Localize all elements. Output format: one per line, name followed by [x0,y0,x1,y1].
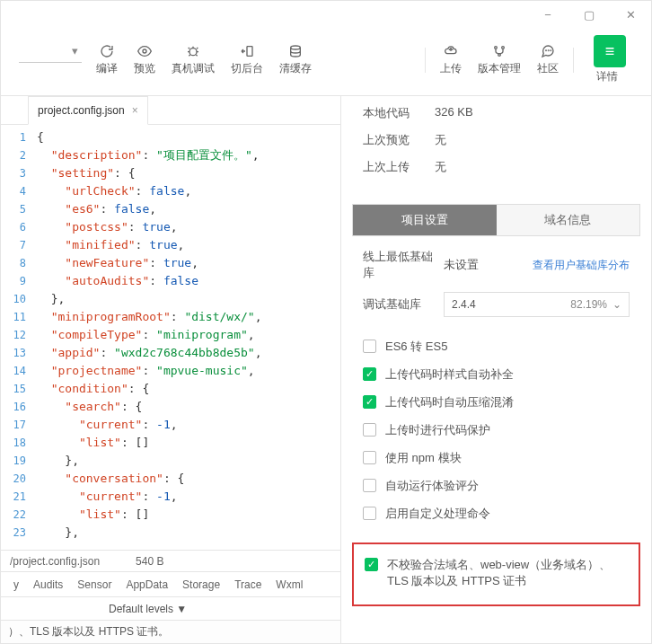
highlighted-setting-box: 不校验合法域名、web-view（业务域名）、TLS 版本以及 HTTPS 证书 [352,543,640,606]
check-custom-cmd[interactable]: 启用自定义处理命令 [363,506,630,522]
preview-button[interactable]: 预览 [127,40,163,80]
debug-tabs: yAuditsSensorAppDataStorageTraceWxml [1,571,340,596]
tab-domain-info[interactable]: 域名信息 [497,205,640,235]
chat-icon [540,43,556,59]
checkbox-icon[interactable] [363,479,376,492]
check-code-protect[interactable]: 上传时进行代码保护 [363,422,630,438]
code-line: 1{ [1,128,340,146]
version-button[interactable]: 版本管理 [471,40,528,80]
console-message-row: ）、TLS 版本以及 HTTPS 证书。 [1,620,340,643]
check-label: 不校验合法域名、web-view（业务域名）、TLS 版本以及 HTTPS 证书 [387,557,628,589]
debug-tab-y[interactable]: y [6,578,26,591]
debug-tab-audits[interactable]: Audits [26,578,70,591]
check-auto-audit[interactable]: 自动运行体验评分 [363,478,630,494]
check-auto-compress[interactable]: 上传代码时自动压缩混淆 [363,394,630,410]
editor-status-bar: /project.config.json 540 B [1,550,340,571]
svg-rect-2 [247,47,252,57]
checkbox-icon[interactable] [363,423,376,437]
code-line: 16 "search": { [1,398,340,416]
checkbox-icon[interactable] [363,451,376,464]
log-levels-dropdown[interactable]: Default levels ▼ [109,603,187,615]
window-minimize-button[interactable]: − [534,1,561,28]
upload-button[interactable]: 上传 [433,40,469,80]
background-icon [239,43,255,59]
check-label: 上传代码时样式自动补全 [385,366,514,383]
debug-tab-wxml[interactable]: Wxml [269,578,310,591]
check-skip-domain-verify[interactable]: 不校验合法域名、web-view（业务域名）、TLS 版本以及 HTTPS 证书 [365,557,628,589]
checkbox-icon[interactable] [363,507,376,520]
code-line: 11 "miniprogramRoot": "dist/wx/", [1,308,340,326]
compile-icon [100,43,114,59]
code-line: 2 "description": "项目配置文件。", [1,146,340,164]
code-line: 9 "autoAudits": false [1,272,340,290]
info-row-last-upload: 上次上传无 [363,159,630,175]
info-row-local-code: 本地代码326 KB [363,105,630,121]
debug-tab-appdata[interactable]: AppData [119,578,175,591]
background-button[interactable]: 切后台 [224,40,270,80]
compile-button[interactable]: 编译 [89,40,125,80]
debug-base-select[interactable]: 2.4.4 82.19% ⌄ [444,292,630,317]
file-tab[interactable]: project.config.json × [28,96,148,125]
code-line: 10 }, [1,290,340,308]
tab-close-icon[interactable]: × [132,104,138,117]
status-size: 540 B [136,555,163,568]
svg-point-4 [495,47,498,49]
code-line: 21 "current": -1, [1,488,340,506]
debug-tab-trace[interactable]: Trace [227,578,269,591]
tab-project-settings[interactable]: 项目设置 [353,205,497,235]
community-button[interactable]: 社区 [530,40,566,80]
check-label: 启用自定义处理命令 [385,506,490,522]
code-line: 6 "postcss": true, [1,218,340,236]
status-path: /project.config.json [10,555,100,568]
code-line: 23 }, [1,524,340,542]
clear-cache-button[interactable]: 清缓存 [272,40,319,80]
svg-point-9 [551,50,551,51]
info-row-last-preview: 上次预览无 [363,132,630,148]
editor-pane: project.config.json × 1{2 "description":… [1,96,341,643]
editor-tabs: project.config.json × [1,96,340,125]
segment-control: 项目设置 域名信息 [352,204,640,236]
check-label: 使用 npm 模块 [385,450,462,466]
branch-icon [492,43,507,59]
checkbox-icon[interactable] [365,558,378,571]
code-line: 17 "current": -1, [1,416,340,434]
svg-point-0 [143,49,146,53]
debug-tab-storage[interactable]: Storage [175,578,227,591]
check-label: 自动运行体验评分 [385,478,479,494]
code-line: 14 "projectname": "mpvue-music", [1,362,340,380]
chevron-down-icon: ⌄ [612,298,621,311]
window-maximize-button[interactable]: ▢ [576,1,603,28]
check-label: 上传代码时自动压缩混淆 [385,394,514,410]
console-message: ）、TLS 版本以及 HTTPS 证书。 [8,624,169,640]
window-close-button[interactable]: ✕ [617,1,644,28]
link-base-lib-distribution[interactable]: 查看用户基础库分布 [533,258,630,273]
svg-point-8 [548,50,549,51]
code-line: 5 "es6": false, [1,200,340,218]
svg-point-1 [189,49,197,56]
debug-tab-sensor[interactable]: Sensor [70,578,119,591]
device-dropdown[interactable]: ▾ [19,40,82,63]
details-button[interactable]: ≡详情 [581,31,633,88]
stack-icon [288,43,303,59]
checkbox-icon[interactable] [363,367,376,381]
code-line: 15 "condition": { [1,380,340,398]
remote-debug-button[interactable]: 真机调试 [164,40,222,80]
code-line: 7 "minified": true, [1,236,340,254]
check-label: 上传时进行代码保护 [385,422,490,438]
check-npm[interactable]: 使用 npm 模块 [363,450,630,466]
setting-debug-base: 调试基础库 2.4.4 82.19% ⌄ [363,292,630,317]
bug-icon [186,43,200,59]
debug-filter-row: Default levels ▼ [1,596,340,620]
file-tab-name: project.config.json [38,104,125,117]
check-es6[interactable]: ES6 转 ES5 [363,339,630,355]
code-line: 12 "compileType": "miniprogram", [1,326,340,344]
code-line: 13 "appid": "wxd2c768c44bb8de5b", [1,344,340,362]
checkbox-icon[interactable] [363,340,376,353]
check-style-complete[interactable]: 上传代码时样式自动补全 [363,366,630,383]
code-line: 3 "setting": { [1,164,340,182]
code-line: 19 }, [1,452,340,470]
upload-icon [443,43,459,59]
code-editor[interactable]: 1{2 "description": "项目配置文件。",3 "setting"… [1,125,340,550]
code-line: 18 "list": [] [1,434,340,452]
checkbox-icon[interactable] [363,395,376,409]
